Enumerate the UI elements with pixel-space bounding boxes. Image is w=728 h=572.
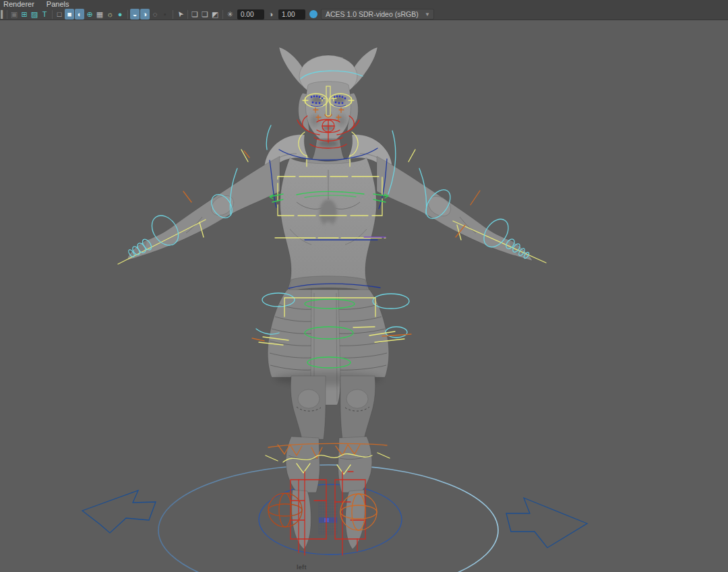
panel-toolbar: Renderer Panels ▍ ▣ ⊞ ▨ T □ ■ ◐ ⊕ ▦ ☼ ● … (0, 0, 728, 20)
image-plane-icon[interactable]: ▨ (30, 9, 39, 20)
exposure-icon[interactable]: ✳ (225, 9, 235, 20)
menu-renderer[interactable]: Renderer (2, 0, 36, 8)
turn-arrow-right[interactable] (506, 498, 587, 548)
pan-zoom-icon[interactable]: ⊞ (20, 9, 29, 20)
scene-3d[interactable] (0, 0, 728, 572)
xray-icon[interactable]: ❏ (190, 9, 200, 20)
anti-aliasing-icon[interactable]: ▪ (160, 9, 170, 20)
ssao-icon[interactable]: ◒ (130, 9, 140, 20)
color-management-icon[interactable] (307, 9, 319, 20)
motion-blur-icon[interactable]: ◑ (140, 9, 150, 20)
shadows-icon[interactable]: ● (115, 9, 125, 20)
colorspace-dropdown[interactable]: ACES 1.0 SDR-video (sRGB) ▼ (321, 9, 434, 20)
exposure-field[interactable]: 0.00 (237, 9, 264, 20)
origin-grid (319, 501, 337, 534)
use-default-material-icon[interactable]: ⊕ (85, 9, 94, 20)
film-gate-icon[interactable]: T (40, 9, 49, 20)
contrast-icon[interactable]: ◑ (266, 9, 276, 20)
depth-of-field-icon[interactable]: ◌ (150, 9, 160, 20)
chevron-down-icon: ▼ (421, 11, 433, 18)
colorspace-label: ACES 1.0 SDR-video (sRGB) (322, 10, 421, 18)
menu-panels[interactable]: Panels (45, 0, 71, 8)
panel-icon-bar: ▍ ▣ ⊞ ▨ T □ ■ ◐ ⊕ ▦ ☼ ● ◒ ◑ ◌ ▪ ➤ ❏ ❏ ◩ (0, 8, 728, 20)
panel-menubar: Renderer Panels (0, 0, 728, 8)
resolution-gate-icon[interactable]: ◩ (210, 9, 220, 20)
wireframe-on-shaded-icon[interactable]: ▦ (95, 9, 104, 20)
select-camera-icon[interactable]: ▣ (9, 9, 19, 20)
wireframe-icon[interactable]: □ (55, 9, 64, 20)
xray-joints-icon[interactable]: ❏ (200, 9, 210, 20)
clipped-icon: ▍ (1, 9, 5, 20)
camera-label: left (297, 564, 307, 571)
maya-viewport-panel: Renderer Panels ▍ ▣ ⊞ ▨ T □ ■ ◐ ⊕ ▦ ☼ ● … (0, 0, 728, 572)
lighting-icon[interactable]: ☼ (105, 9, 115, 20)
smooth-shade-icon[interactable]: ■ (65, 9, 74, 20)
turn-arrow-left[interactable] (82, 490, 156, 533)
textured-icon[interactable]: ◐ (75, 9, 84, 20)
contrast-field[interactable]: 1.00 (278, 9, 305, 20)
isolate-select-icon[interactable]: ➤ (173, 7, 187, 22)
